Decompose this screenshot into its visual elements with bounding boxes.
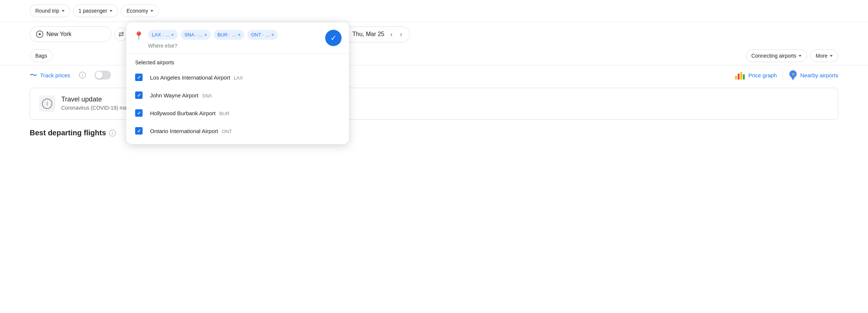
origin-text: New York	[46, 31, 72, 38]
class-chevron-icon	[150, 10, 153, 12]
svg-rect-0	[735, 76, 737, 80]
chip-bur[interactable]: BUR · … ×	[214, 30, 245, 40]
checkbox-sna[interactable]	[135, 91, 143, 99]
airport-code-lax: LAX	[234, 75, 243, 81]
airport-code-sna: SNA	[202, 93, 212, 99]
nearby-airports-button[interactable]: ★ Nearby airports	[789, 70, 838, 80]
round-trip-label: Round trip	[35, 8, 59, 14]
track-prices-label: Track prices	[40, 72, 70, 78]
svg-marker-5	[791, 77, 795, 80]
checkbox-lax[interactable]	[135, 74, 143, 81]
depart-date-text: Thu, Mar 25	[352, 31, 384, 38]
connecting-airports-chevron-icon	[799, 55, 802, 57]
airport-code-bur: BUR	[219, 111, 229, 116]
chip-bur-label: BUR · … ×	[218, 32, 241, 38]
swap-button[interactable]: ⇄	[114, 28, 128, 41]
svg-rect-2	[740, 72, 742, 80]
track-prices-button[interactable]: 〜 Track prices	[30, 70, 70, 80]
airport-popup: 📍 LAX · … × SNA · … × BUR · … × ONT · … …	[126, 22, 349, 144]
where-else-input[interactable]	[148, 43, 213, 49]
price-graph-icon	[735, 71, 745, 80]
connecting-airports-label: Connecting airports	[751, 53, 796, 59]
popup-pin-icon: 📍	[134, 31, 144, 41]
airport-info-lax: Los Angeles International Airport LAX	[150, 74, 243, 81]
chip-sna[interactable]: SNA · … ×	[181, 30, 211, 40]
top-bar: Round trip 1 passenger Economy	[0, 0, 868, 22]
airport-code-ont: ONT	[222, 129, 232, 134]
passengers-chevron-icon	[110, 10, 112, 12]
chip-lax-label: LAX · … ×	[152, 32, 174, 38]
passengers-dropdown[interactable]: 1 passenger	[73, 4, 118, 17]
price-graph-label: Price graph	[748, 72, 777, 78]
airport-info-sna: John Wayne Airport SNA	[150, 92, 212, 99]
more-label: More	[816, 53, 828, 59]
track-prices-icon: 〜	[30, 70, 37, 80]
more-filter[interactable]: More	[810, 49, 838, 62]
checkbox-bur[interactable]	[135, 109, 143, 117]
nearby-airports-icon: ★	[789, 70, 797, 80]
origin-icon	[36, 30, 43, 38]
bags-filter[interactable]: Bags	[30, 49, 53, 62]
airport-name-bur: Hollywood Burbank Airport	[150, 110, 216, 116]
best-departing-title: Best departing flights	[30, 129, 106, 137]
chips-area: LAX · … × SNA · … × BUR · … × ONT · … ×	[148, 30, 321, 49]
svg-rect-3	[743, 74, 745, 80]
chip-lax[interactable]: LAX · … ×	[148, 30, 178, 40]
passengers-label: 1 passenger	[79, 8, 107, 14]
update-info-icon: i	[42, 99, 52, 109]
airport-item-bur[interactable]: Hollywood Burbank Airport BUR	[126, 104, 349, 122]
check-icon: ✓	[330, 33, 337, 42]
airport-name-sna: John Wayne Airport	[150, 92, 198, 99]
separator	[783, 71, 783, 80]
price-graph-button[interactable]: Price graph	[735, 71, 777, 80]
popup-header: 📍 LAX · … × SNA · … × BUR · … × ONT · … …	[126, 30, 349, 54]
class-dropdown[interactable]: Economy	[121, 4, 159, 17]
airport-name-lax: Los Angeles International Airport	[150, 74, 230, 81]
connecting-airports-filter[interactable]: Connecting airports	[746, 49, 807, 62]
toggle-knob	[95, 71, 103, 79]
svg-text:★: ★	[792, 72, 795, 76]
checkbox-ont[interactable]	[135, 127, 143, 135]
airport-info-ont: Ontario International Airport ONT	[150, 128, 232, 134]
best-departing-info-icon[interactable]: i	[109, 130, 116, 136]
nearby-airports-label: Nearby airports	[800, 72, 838, 78]
chip-ont-label: ONT · … ×	[251, 32, 274, 38]
chip-sna-label: SNA · … ×	[185, 32, 207, 38]
more-chevron-icon	[830, 55, 833, 57]
round-trip-chevron-icon	[62, 10, 65, 12]
confirm-button[interactable]: ✓	[325, 30, 342, 46]
round-trip-dropdown[interactable]: Round trip	[30, 4, 70, 17]
return-prev-icon[interactable]: ‹	[389, 30, 394, 38]
airport-item-lax[interactable]: Los Angeles International Airport LAX	[126, 68, 349, 86]
airport-name-ont: Ontario International Airport	[150, 128, 218, 134]
class-label: Economy	[127, 8, 148, 14]
airport-info-bur: Hollywood Burbank Airport BUR	[150, 110, 229, 116]
track-prices-info-icon[interactable]: i	[79, 72, 86, 78]
origin-field[interactable]: New York	[30, 26, 111, 42]
popup-section-title: Selected airports	[126, 54, 349, 68]
svg-rect-1	[738, 74, 740, 80]
bags-label: Bags	[35, 53, 47, 59]
origin-dot	[39, 33, 41, 35]
airport-item-ont[interactable]: Ontario International Airport ONT	[126, 122, 349, 140]
actions-right: Price graph ★ Nearby airports	[735, 70, 838, 80]
chip-ont[interactable]: ONT · … ×	[247, 30, 278, 40]
travel-update-icon: i	[39, 96, 55, 112]
airport-item-sna[interactable]: John Wayne Airport SNA	[126, 86, 349, 104]
track-prices-toggle[interactable]	[95, 71, 111, 80]
return-next-icon[interactable]: ›	[398, 30, 404, 38]
